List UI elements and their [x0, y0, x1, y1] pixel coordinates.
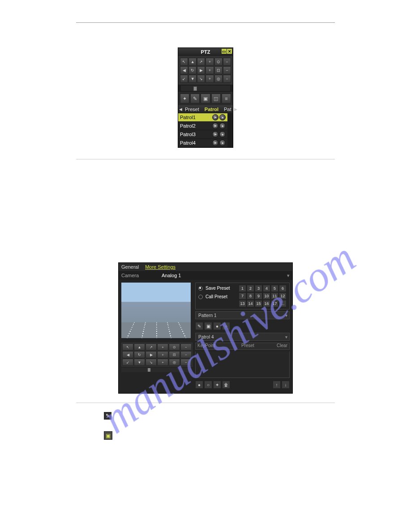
stop-icon[interactable]: ○: [222, 322, 230, 330]
preset-num[interactable]: 15: [255, 300, 262, 307]
minimize-icon[interactable]: ▭: [222, 49, 227, 54]
ptz-down-left[interactable]: ↙: [180, 75, 188, 83]
save-icon[interactable]: ▣: [204, 322, 212, 330]
keypoint-body: [195, 352, 290, 378]
tab-general[interactable]: General: [121, 264, 139, 270]
preset-num[interactable]: 2: [247, 285, 254, 292]
up-icon[interactable]: ↑: [273, 381, 281, 389]
light-icon[interactable]: ✦: [180, 94, 189, 103]
zoom-in[interactable]: +: [157, 343, 168, 351]
pen-icon[interactable]: ✎: [195, 322, 203, 330]
iris-out[interactable]: −: [180, 359, 192, 366]
tab-left-arrow-icon[interactable]: ◀: [179, 107, 182, 112]
tab-pattern[interactable]: Pat: [221, 107, 234, 112]
preset-more[interactable]: ...: [279, 300, 287, 307]
chevron-down-icon[interactable]: ▾: [287, 273, 290, 279]
wiper-icon[interactable]: ✎: [190, 94, 200, 103]
call-preset-radio[interactable]: Call Preset: [198, 294, 230, 299]
play-icon[interactable]: ▶: [212, 140, 218, 146]
preset-num[interactable]: 8: [247, 292, 254, 300]
down-icon[interactable]: ↓: [282, 381, 290, 389]
play-icon[interactable]: ▶: [212, 131, 218, 137]
divider-bot: [76, 403, 335, 403]
trash-icon[interactable]: 🗑: [222, 381, 230, 389]
ptz-down[interactable]: ▼: [134, 359, 145, 366]
zoom-out[interactable]: −: [180, 343, 192, 351]
pattern-select[interactable]: Pattern 1 ▾: [195, 311, 290, 319]
camera-value: Analog 1: [162, 273, 287, 278]
aux-icon[interactable]: ▣: [201, 94, 210, 103]
ptz-left[interactable]: ◀: [122, 351, 133, 358]
iris-out[interactable]: −: [223, 75, 231, 83]
ptz-left[interactable]: ◀: [180, 66, 188, 74]
tab-patrol[interactable]: Patrol: [202, 107, 221, 112]
focus-box-icon[interactable]: ◫: [211, 94, 221, 103]
menu-icon[interactable]: ≡: [222, 94, 231, 103]
preset-num[interactable]: 4: [263, 285, 270, 292]
patrol-row[interactable]: Patrol2 ▶■: [178, 122, 227, 130]
close-icon[interactable]: ✕: [227, 49, 232, 54]
ptz-titlebar[interactable]: PTZ ▭ ✕: [178, 48, 233, 56]
tab-preset[interactable]: Preset: [182, 107, 202, 112]
preset-num[interactable]: 16: [263, 300, 270, 307]
focus-icon: ⊡: [214, 66, 223, 74]
preset-num[interactable]: 1: [239, 285, 246, 292]
stop-icon[interactable]: ■: [219, 123, 226, 129]
focus-out[interactable]: −: [223, 66, 231, 74]
ptz-up[interactable]: ▲: [188, 58, 197, 66]
stop-icon[interactable]: ■: [219, 131, 226, 137]
plus-icon[interactable]: ✦: [213, 381, 221, 389]
ptz-down-right[interactable]: ↘: [197, 75, 205, 83]
play-icon[interactable]: ▶: [212, 123, 218, 129]
ptz-up-left[interactable]: ↖: [180, 58, 188, 66]
ptz-up-right[interactable]: ↗: [197, 58, 205, 66]
patrol-row[interactable]: Patrol1 ▶■: [178, 113, 227, 122]
camera-select-row[interactable]: Camera Analog 1 ▾: [119, 271, 292, 280]
patrol-row[interactable]: Patrol4 ▶■: [178, 139, 227, 147]
ptz-right[interactable]: ▶: [197, 66, 205, 74]
preset-num[interactable]: 3: [255, 285, 262, 292]
play-icon[interactable]: ●: [195, 381, 203, 389]
play-icon[interactable]: ▶: [212, 114, 218, 120]
focus-out[interactable]: −: [180, 351, 192, 358]
ptz-down-left[interactable]: ↙: [122, 359, 133, 366]
tab-more-settings[interactable]: More Settings: [145, 264, 176, 270]
patrol-row[interactable]: Patrol3 ▶■: [178, 130, 227, 139]
preset-num[interactable]: 11: [271, 292, 278, 300]
settings-speed-slider[interactable]: [121, 368, 191, 372]
ptz-up-left[interactable]: ↖: [122, 343, 133, 351]
ptz-down[interactable]: ▼: [188, 75, 197, 83]
preset-num[interactable]: 6: [279, 285, 287, 292]
focus-in[interactable]: +: [157, 351, 168, 358]
tab-right-arrow-icon[interactable]: ▶: [234, 107, 237, 112]
play-icon[interactable]: ●: [213, 322, 221, 330]
preset-num[interactable]: 7: [239, 292, 246, 300]
patrol-select[interactable]: Patrol 4 ▾: [195, 333, 290, 341]
preset-num[interactable]: 9: [255, 292, 262, 300]
stop-icon[interactable]: ■: [219, 140, 226, 146]
ptz-auto[interactable]: ↻: [188, 66, 197, 74]
stop-icon[interactable]: ■: [219, 114, 226, 120]
ptz-auto[interactable]: ↻: [134, 351, 145, 358]
preset-num[interactable]: 5: [271, 285, 278, 292]
iris-in[interactable]: +: [157, 359, 168, 366]
preset-num[interactable]: 12: [279, 292, 287, 300]
patrol-scrollbar[interactable]: [227, 113, 233, 147]
preset-num[interactable]: 14: [247, 300, 254, 307]
preset-num[interactable]: 17: [271, 300, 278, 307]
zoom-in[interactable]: +: [206, 58, 214, 66]
focus-in[interactable]: +: [206, 66, 214, 74]
save-preset-radio[interactable]: Save Preset: [198, 286, 230, 291]
ptz-down-right[interactable]: ↘: [146, 359, 157, 366]
settings-tabbar: General More Settings: [119, 263, 292, 271]
ptz-up[interactable]: ▲: [134, 343, 145, 351]
zoom-out[interactable]: −: [223, 58, 231, 66]
speed-slider[interactable]: [181, 86, 230, 91]
iris-in[interactable]: +: [206, 75, 214, 83]
preset-num[interactable]: 13: [239, 300, 246, 307]
chevron-down-icon: ▾: [285, 335, 287, 339]
ptz-up-right[interactable]: ↗: [146, 343, 157, 351]
stop-icon[interactable]: ○: [204, 381, 212, 389]
ptz-right[interactable]: ▶: [146, 351, 157, 358]
preset-num[interactable]: 10: [263, 292, 270, 300]
